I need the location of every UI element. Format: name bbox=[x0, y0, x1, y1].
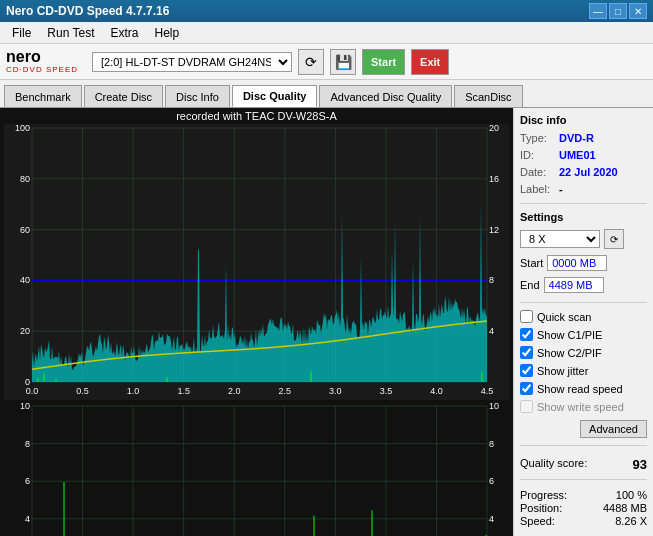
progress-label: Progress: bbox=[520, 489, 567, 501]
type-value: DVD-R bbox=[559, 132, 594, 144]
start-button[interactable]: Start bbox=[362, 49, 405, 75]
date-label: Date: bbox=[520, 166, 555, 178]
end-label: End bbox=[520, 279, 540, 291]
main-content: recorded with TEAC DV-W28S-A PI Errors A… bbox=[0, 108, 653, 536]
show-c2pif-label: Show C2/PIF bbox=[537, 347, 602, 359]
pi-errors-chart bbox=[4, 124, 509, 400]
chart-header: recorded with TEAC DV-W28S-A bbox=[4, 110, 509, 122]
pi-failures-chart bbox=[4, 402, 509, 536]
show-jitter-label: Show jitter bbox=[537, 365, 588, 377]
title-bar: Nero CD-DVD Speed 4.7.7.16 — □ ✕ bbox=[0, 0, 653, 22]
end-input[interactable] bbox=[544, 277, 604, 293]
menu-bar: File Run Test Extra Help bbox=[0, 22, 653, 44]
app-title: Nero CD-DVD Speed 4.7.7.16 bbox=[6, 4, 169, 18]
right-panel: Disc info Type: DVD-R ID: UME01 Date: 22… bbox=[513, 108, 653, 536]
maximize-button[interactable]: □ bbox=[609, 3, 627, 19]
menu-file[interactable]: File bbox=[4, 24, 39, 42]
quality-score-value: 93 bbox=[633, 457, 647, 472]
show-read-speed-label: Show read speed bbox=[537, 383, 623, 395]
show-jitter-checkbox[interactable] bbox=[520, 364, 533, 377]
disc-info-title: Disc info bbox=[520, 114, 647, 126]
speed-selector[interactable]: 8 X bbox=[520, 230, 600, 248]
window-controls: — □ ✕ bbox=[589, 3, 647, 19]
tab-advanced-disc-quality[interactable]: Advanced Disc Quality bbox=[319, 85, 452, 107]
position-label: Position: bbox=[520, 502, 562, 514]
tab-create-disc[interactable]: Create Disc bbox=[84, 85, 163, 107]
show-c1pie-checkbox[interactable] bbox=[520, 328, 533, 341]
show-c1pie-row: Show C1/PIE bbox=[520, 328, 647, 341]
nero-logo-sub: CD·DVD SPEED bbox=[6, 65, 78, 74]
show-c2pif-row: Show C2/PIF bbox=[520, 346, 647, 359]
exit-button[interactable]: Exit bbox=[411, 49, 449, 75]
show-write-speed-checkbox bbox=[520, 400, 533, 413]
show-read-speed-row: Show read speed bbox=[520, 382, 647, 395]
settings-refresh-icon[interactable]: ⟳ bbox=[604, 229, 624, 249]
drive-selector[interactable]: [2:0] HL-DT-ST DVDRAM GH24NSD0 LH00 bbox=[92, 52, 292, 72]
speed-value: 8.26 X bbox=[615, 515, 647, 527]
minimize-button[interactable]: — bbox=[589, 3, 607, 19]
show-jitter-row: Show jitter bbox=[520, 364, 647, 377]
tab-bar: Benchmark Create Disc Disc Info Disc Qua… bbox=[0, 80, 653, 108]
divider-1 bbox=[520, 203, 647, 204]
divider-3 bbox=[520, 445, 647, 446]
start-input[interactable] bbox=[547, 255, 607, 271]
quality-score-label: Quality score: bbox=[520, 457, 587, 472]
label-label: Label: bbox=[520, 183, 555, 195]
tab-scan-disc[interactable]: ScanDisc bbox=[454, 85, 522, 107]
toolbar: nero CD·DVD SPEED [2:0] HL-DT-ST DVDRAM … bbox=[0, 44, 653, 80]
quick-scan-row: Quick scan bbox=[520, 310, 647, 323]
id-value: UME01 bbox=[559, 149, 596, 161]
label-value: - bbox=[559, 183, 563, 195]
speed-label: Speed: bbox=[520, 515, 555, 527]
nero-logo: nero CD·DVD SPEED bbox=[6, 49, 78, 74]
progress-value: 100 % bbox=[616, 489, 647, 501]
show-c1pie-label: Show C1/PIE bbox=[537, 329, 602, 341]
nero-logo-text: nero bbox=[6, 49, 78, 65]
date-value: 22 Jul 2020 bbox=[559, 166, 618, 178]
position-value: 4488 MB bbox=[603, 502, 647, 514]
id-label: ID: bbox=[520, 149, 555, 161]
refresh-icon[interactable]: ⟳ bbox=[298, 49, 324, 75]
type-label: Type: bbox=[520, 132, 555, 144]
save-icon[interactable]: 💾 bbox=[330, 49, 356, 75]
quality-score-row: Quality score: 93 bbox=[520, 457, 647, 472]
menu-run-test[interactable]: Run Test bbox=[39, 24, 102, 42]
show-write-speed-row: Show write speed bbox=[520, 400, 647, 413]
quick-scan-checkbox[interactable] bbox=[520, 310, 533, 323]
show-write-speed-label: Show write speed bbox=[537, 401, 624, 413]
show-c2pif-checkbox[interactable] bbox=[520, 346, 533, 359]
show-read-speed-checkbox[interactable] bbox=[520, 382, 533, 395]
tab-disc-quality[interactable]: Disc Quality bbox=[232, 85, 318, 107]
advanced-button[interactable]: Advanced bbox=[580, 420, 647, 438]
divider-4 bbox=[520, 479, 647, 480]
menu-extra[interactable]: Extra bbox=[102, 24, 146, 42]
close-button[interactable]: ✕ bbox=[629, 3, 647, 19]
progress-section: Progress: 100 % Position: 4488 MB Speed:… bbox=[520, 489, 647, 527]
quick-scan-label: Quick scan bbox=[537, 311, 591, 323]
divider-2 bbox=[520, 302, 647, 303]
start-label: Start bbox=[520, 257, 543, 269]
menu-help[interactable]: Help bbox=[147, 24, 188, 42]
tab-disc-info[interactable]: Disc Info bbox=[165, 85, 230, 107]
settings-title: Settings bbox=[520, 211, 647, 223]
tab-benchmark[interactable]: Benchmark bbox=[4, 85, 82, 107]
